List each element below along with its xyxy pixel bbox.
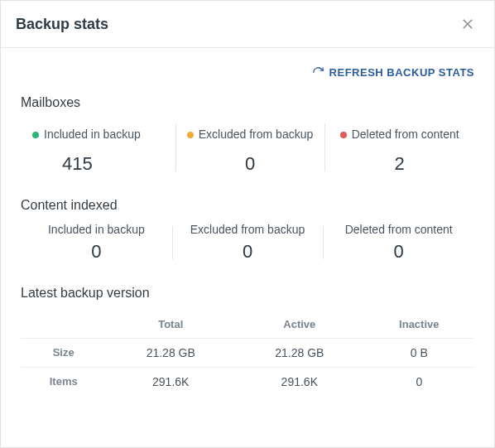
mailboxes-included-label: Included in backup (44, 128, 141, 142)
content-included-value: 0 (27, 241, 166, 263)
latest-version-table: Total Active Inactive Size 21.28 GB 21.2… (21, 311, 474, 396)
table-row-size: Size 21.28 GB 21.28 GB 0 B (21, 338, 474, 367)
refresh-backup-stats-button[interactable]: REFRESH BACKUP STATS (312, 66, 474, 79)
refresh-row: REFRESH BACKUP STATS (21, 66, 474, 79)
status-dot-amber-icon (187, 132, 194, 138)
refresh-label: REFRESH BACKUP STATS (329, 66, 474, 79)
dialog-title: Backup stats (16, 16, 108, 33)
items-active: 291.6K (235, 367, 364, 396)
dialog-header: Backup stats (1, 1, 494, 48)
mailboxes-stats: Included in backup 415 Excluded from bac… (21, 120, 474, 175)
status-dot-red-icon (340, 132, 347, 138)
content-indexed-stats: Included in backup 0 Excluded from backu… (21, 223, 474, 263)
content-included: Included in backup 0 (21, 223, 172, 263)
mailboxes-included: Included in backup 415 (21, 120, 175, 175)
refresh-icon (312, 66, 324, 79)
table-header-row: Total Active Inactive (21, 311, 474, 339)
dialog-body: REFRESH BACKUP STATS Mailboxes Included … (1, 48, 494, 447)
close-button[interactable] (456, 12, 479, 36)
content-included-label: Included in backup (48, 223, 145, 238)
content-deleted-value: 0 (329, 241, 468, 263)
mailboxes-heading: Mailboxes (21, 95, 474, 110)
mailboxes-deleted-label: Deleted from content (352, 128, 459, 142)
size-inactive: 0 B (364, 338, 474, 367)
mailboxes-excluded-value: 0 (182, 153, 319, 175)
backup-stats-dialog: Backup stats REFRESH BACKUP STATS Mailbo… (0, 0, 495, 448)
content-deleted: Deleted from content 0 (323, 223, 474, 263)
content-excluded-label: Excluded from backup (190, 223, 305, 238)
mailboxes-deleted: Deleted from content 2 (324, 120, 474, 175)
status-dot-green-icon (32, 132, 39, 138)
row-items-label: Items (21, 367, 106, 396)
row-size-label: Size (21, 338, 106, 367)
content-excluded: Excluded from backup 0 (172, 223, 324, 263)
items-inactive: 0 (364, 367, 474, 396)
content-indexed-heading: Content indexed (21, 198, 474, 213)
latest-version-heading: Latest backup version (21, 286, 474, 301)
items-total: 291.6K (106, 367, 235, 396)
close-icon (460, 17, 475, 31)
content-deleted-label: Deleted from content (345, 223, 453, 238)
mailboxes-included-value: 415 (32, 153, 169, 175)
col-total: Total (106, 311, 235, 339)
size-total: 21.28 GB (106, 338, 235, 367)
mailboxes-excluded-label: Excluded from backup (199, 128, 314, 142)
content-excluded-value: 0 (179, 241, 317, 263)
size-active: 21.28 GB (235, 338, 364, 367)
mailboxes-excluded: Excluded from backup 0 (175, 120, 325, 175)
col-inactive: Inactive (364, 311, 474, 339)
table-row-items: Items 291.6K 291.6K 0 (21, 367, 474, 396)
mailboxes-deleted-value: 2 (331, 153, 468, 175)
col-active: Active (235, 311, 364, 339)
